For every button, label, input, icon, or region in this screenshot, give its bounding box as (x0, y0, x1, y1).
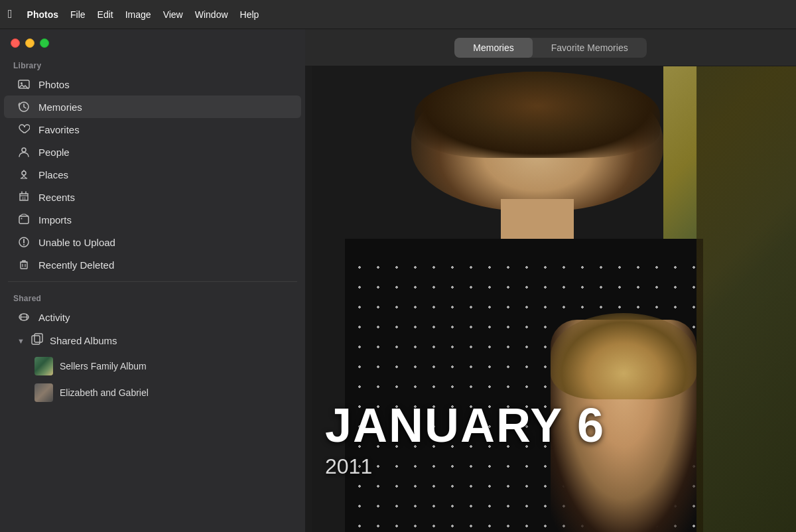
svg-rect-9 (21, 262, 27, 269)
photo-date: JANUARY 6 (325, 399, 796, 452)
favorites-label: Favorites (38, 124, 80, 135)
favorites-icon (17, 123, 31, 136)
sellers-album-thumb (34, 357, 53, 375)
sidebar-item-imports[interactable]: Imports (4, 208, 301, 231)
recents-label: Recents (38, 192, 75, 203)
sidebar-item-recents[interactable]: Recents (4, 186, 301, 208)
library-section-label: Library (0, 54, 305, 73)
sidebar-album-sellers[interactable]: Sellers Family Album (4, 353, 301, 379)
chevron-down-icon: ▼ (17, 337, 25, 345)
sidebar-item-unable-to-upload[interactable]: Unable to Upload (4, 231, 301, 253)
svg-rect-11 (32, 336, 40, 344)
recently-deleted-icon (17, 258, 31, 271)
app-body: Library Photos Memories (0, 29, 796, 532)
photo-child-hair (551, 313, 696, 399)
svg-rect-12 (34, 334, 42, 342)
favorite-memories-button[interactable]: Favorite Memories (533, 38, 647, 58)
svg-rect-5 (19, 216, 29, 224)
svg-point-3 (22, 148, 26, 152)
activity-label: Activity (38, 312, 70, 323)
sidebar-shared-albums[interactable]: ▼ Shared Albums (4, 328, 301, 353)
sidebar-item-activity[interactable]: Activity (4, 306, 301, 328)
photos-icon (17, 78, 31, 91)
apple-menu[interactable]:  (8, 7, 13, 21)
main-content: Memories Favorite Memories (305, 29, 796, 532)
gabriel-album-thumb (34, 383, 53, 402)
svg-point-4 (22, 171, 26, 175)
activity-icon (17, 310, 31, 324)
sidebar-item-people[interactable]: People (4, 141, 301, 163)
menubar-edit[interactable]: Edit (98, 9, 113, 20)
sidebar: Library Photos Memories (0, 29, 305, 532)
imports-icon (17, 213, 31, 226)
memories-button[interactable]: Memories (454, 38, 532, 58)
view-toggle: Memories Favorite Memories (454, 38, 646, 58)
svg-point-8 (23, 244, 25, 245)
shared-albums-label: Shared Albums (50, 335, 117, 346)
photo-background: JANUARY 6 2011 (305, 66, 796, 532)
elizabeth-gabriel-label: Elizabeth and Gabriel (60, 387, 149, 398)
photo-year: 2011 (325, 454, 796, 479)
shared-albums-icon (31, 333, 44, 348)
traffic-lights (0, 29, 305, 54)
sidebar-item-places[interactable]: Places (4, 163, 301, 186)
menubar-photos[interactable]: Photos (27, 9, 58, 20)
sidebar-album-elizabeth-gabriel[interactable]: Elizabeth and Gabriel (4, 379, 301, 406)
menubar-image[interactable]: Image (125, 9, 151, 20)
photo-text-overlay: JANUARY 6 2011 (325, 399, 796, 479)
menubar-window[interactable]: Window (195, 9, 228, 20)
menubar-view[interactable]: View (163, 9, 183, 20)
sidebar-divider-1 (8, 281, 297, 282)
photo-hair (415, 72, 660, 158)
sidebar-item-memories[interactable]: Memories (4, 96, 301, 118)
menubar-file[interactable]: File (70, 9, 86, 20)
memories-icon (17, 100, 31, 113)
menubar-help[interactable]: Help (240, 9, 259, 20)
people-icon (17, 145, 31, 159)
toolbar: Memories Favorite Memories (305, 29, 796, 66)
sellers-album-label: Sellers Family Album (60, 361, 147, 371)
close-button[interactable] (11, 38, 20, 48)
people-label: People (38, 147, 70, 158)
unable-to-upload-icon (17, 235, 31, 249)
menu-bar:  Photos File Edit Image View Window Hel… (0, 0, 796, 29)
sidebar-item-photos[interactable]: Photos (4, 73, 301, 96)
sidebar-item-recently-deleted[interactable]: Recently Deleted (4, 253, 301, 276)
minimize-button[interactable] (25, 38, 34, 48)
places-icon (17, 168, 31, 181)
places-label: Places (38, 169, 68, 180)
maximize-button[interactable] (40, 38, 49, 48)
memories-label: Memories (38, 101, 82, 113)
recently-deleted-label: Recently Deleted (38, 259, 114, 271)
unable-to-upload-label: Unable to Upload (38, 237, 115, 248)
imports-label: Imports (38, 214, 72, 226)
photo-area: JANUARY 6 2011 (305, 66, 796, 532)
svg-point-1 (21, 82, 23, 84)
svg-point-6 (21, 218, 23, 220)
recents-icon (17, 190, 31, 204)
shared-section-label: Shared (0, 287, 305, 306)
sidebar-item-favorites[interactable]: Favorites (4, 118, 301, 141)
photos-label: Photos (38, 79, 70, 90)
